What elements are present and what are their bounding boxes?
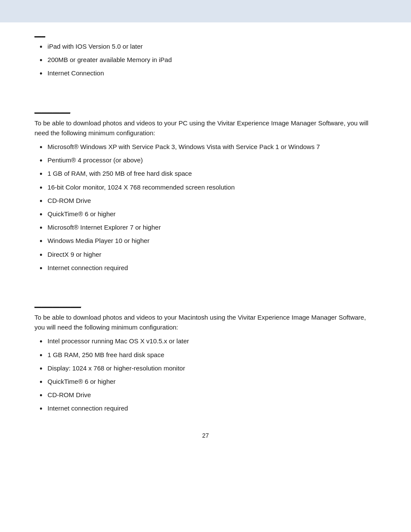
list-item: Microsoft® Windows XP with Service Pack … <box>34 142 377 153</box>
pc-bullet-list: Microsoft® Windows XP with Service Pack … <box>34 142 377 274</box>
list-item: iPad with IOS Version 5.0 or later <box>34 42 377 53</box>
page-content: ___ iPad with IOS Version 5.0 or later 2… <box>0 0 411 465</box>
list-item: Internet connection required <box>34 263 377 274</box>
list-item: Intel processor running Mac OS X v10.5.x… <box>34 336 377 347</box>
header-bar <box>0 0 411 22</box>
mac-underline: _____________ <box>34 300 81 308</box>
ipad-underline: ___ <box>34 29 45 37</box>
mac-bullet-list: Intel processor running Mac OS X v10.5.x… <box>34 336 377 414</box>
list-item: CD-ROM Drive <box>34 390 377 401</box>
list-item: CD-ROM Drive <box>34 196 377 207</box>
ipad-bullet-list: iPad with IOS Version 5.0 or later 200MB… <box>34 42 377 80</box>
ipad-section: ___ iPad with IOS Version 5.0 or later 2… <box>34 29 377 80</box>
pc-underline: __________ <box>34 106 70 114</box>
list-item: QuickTime® 6 or higher <box>34 377 377 388</box>
list-item: 1 GB of RAM, with 250 MB of free hard di… <box>34 169 377 180</box>
pc-title: __________ <box>34 106 70 114</box>
page-number: 27 <box>34 432 377 439</box>
list-item: Internet connection required <box>34 404 377 414</box>
list-item: Internet Connection <box>34 68 377 79</box>
list-item: Microsoft® Internet Explorer 7 or higher <box>34 223 377 233</box>
list-item: Windows Media Player 10 or higher <box>34 236 377 247</box>
list-item: QuickTime® 6 or higher <box>34 209 377 220</box>
list-item: DirectX 9 or higher <box>34 250 377 261</box>
mac-section: _____________ To be able to download pho… <box>34 300 377 415</box>
list-item: Display: 1024 x 768 or higher-resolution… <box>34 364 377 374</box>
pc-section: __________ To be able to download photos… <box>34 106 377 274</box>
mac-intro: To be able to download photos and videos… <box>34 312 377 333</box>
list-item: 200MB or greater available Memory in iPa… <box>34 55 377 66</box>
pc-intro: To be able to download photos and videos… <box>34 118 377 138</box>
list-item: Pentium® 4 processor (or above) <box>34 156 377 166</box>
ipad-title: ___ <box>34 29 45 37</box>
mac-title: _____________ <box>34 300 81 308</box>
list-item: 16-bit Color monitor, 1024 X 768 recomme… <box>34 183 377 193</box>
list-item: 1 GB RAM, 250 MB free hard disk space <box>34 350 377 361</box>
